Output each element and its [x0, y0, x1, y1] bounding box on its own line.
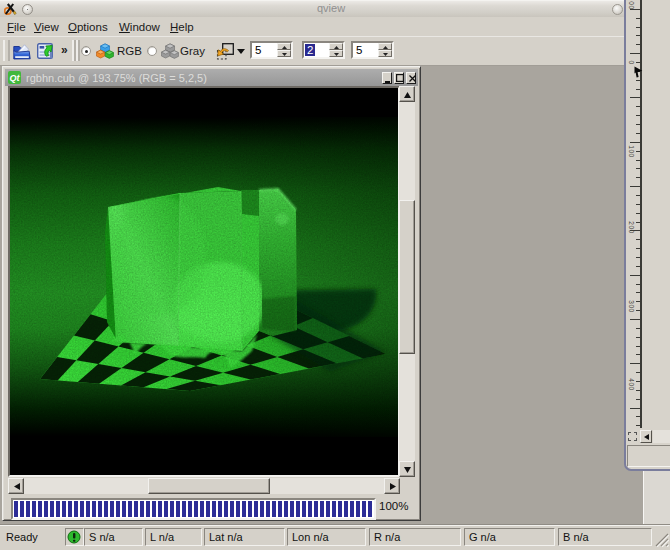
svg-text:Qt: Qt	[10, 73, 21, 83]
